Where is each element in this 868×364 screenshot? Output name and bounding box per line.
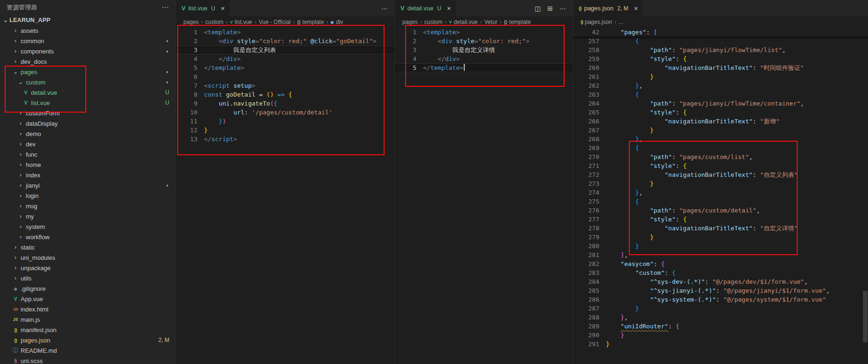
line-number[interactable]: 259: [573, 54, 606, 63]
chevron-right-icon[interactable]: ›: [17, 141, 24, 147]
breadcrumb-item-more[interactable]: ...: [619, 19, 623, 25]
breadcrumb-item-vue-official[interactable]: Vue - Official: [259, 19, 291, 25]
chevron-right-icon[interactable]: ›: [17, 172, 24, 178]
line-number[interactable]: 261: [573, 72, 606, 81]
more-icon[interactable]: ⋯: [381, 5, 388, 12]
line-number[interactable]: 270: [573, 152, 606, 161]
line-number[interactable]: 279: [573, 233, 606, 242]
code-line-content[interactable]: }: [606, 304, 868, 313]
line-number[interactable]: 282: [573, 259, 606, 268]
code-line-content[interactable]: "navigationBarTitleText": "新增": [606, 117, 868, 126]
code-line-content[interactable]: }: [606, 340, 868, 349]
chevron-right-icon[interactable]: ›: [17, 192, 24, 199]
line-number[interactable]: 2: [395, 37, 423, 46]
tree-item-gitignore[interactable]: ◆.gitignore: [0, 283, 175, 294]
code-line-content[interactable]: "uniIdRouter": {: [606, 322, 868, 331]
code-line-content[interactable]: "style": {: [606, 108, 868, 117]
line-number[interactable]: 271: [573, 161, 606, 170]
chevron-right-icon[interactable]: ›: [17, 151, 24, 158]
line-number[interactable]: 11: [176, 117, 204, 126]
tree-item-demo[interactable]: ›demo: [0, 129, 175, 139]
code-line-content[interactable]: }: [606, 331, 868, 340]
line-number[interactable]: 277: [573, 215, 606, 224]
code-line-content[interactable]: "path": "pages/custom/detail",: [606, 206, 868, 215]
chevron-right-icon[interactable]: ›: [17, 223, 24, 230]
code-line-content[interactable]: }): [204, 117, 394, 126]
code-line-content[interactable]: </div>: [423, 54, 573, 63]
line-number[interactable]: 287: [573, 304, 606, 313]
tree-item-uni-scss[interactable]: §uni.scss: [0, 356, 175, 364]
line-number[interactable]: 288: [573, 313, 606, 322]
code-line-content[interactable]: },: [606, 313, 868, 322]
code-line-content[interactable]: const goDetail = () => {: [204, 90, 394, 99]
code-line-content[interactable]: }: [606, 126, 868, 135]
chevron-right-icon[interactable]: ›: [17, 161, 24, 168]
line-number[interactable]: 285: [573, 286, 606, 295]
line-number[interactable]: 289: [573, 322, 606, 331]
chevron-right-icon[interactable]: ›: [17, 182, 24, 189]
tree-item-login[interactable]: ›login: [0, 190, 175, 201]
line-number[interactable]: 4: [176, 54, 204, 63]
close-icon[interactable]: ×: [447, 5, 451, 12]
line-number[interactable]: 257: [573, 37, 606, 46]
chevron-down-icon[interactable]: ⌄: [12, 68, 19, 75]
line-number[interactable]: 13: [176, 135, 204, 144]
breadcrumb-item-template[interactable]: {}template: [504, 19, 531, 25]
tree-item-home[interactable]: ›home: [0, 159, 175, 170]
line-number[interactable]: 8: [176, 90, 204, 99]
code-line-content[interactable]: }: [606, 72, 868, 81]
tree-item-jianyi[interactable]: ›jianyi●: [0, 180, 175, 190]
chevron-right-icon[interactable]: ›: [12, 48, 19, 54]
tree-item-static[interactable]: ›static: [0, 242, 175, 252]
code-line-content[interactable]: {: [606, 144, 868, 152]
line-number[interactable]: 7: [176, 81, 204, 90]
line-number[interactable]: 6: [176, 72, 204, 81]
code-line-content[interactable]: "^sys-system-(.*)": "@/pages/system/$1/f…: [606, 295, 868, 304]
code-line-content[interactable]: "style": {: [606, 161, 868, 170]
code-line-content[interactable]: <script setup>: [204, 81, 394, 90]
chevron-right-icon[interactable]: ›: [12, 254, 19, 261]
line-number[interactable]: 2: [176, 37, 204, 46]
tree-item-components[interactable]: ›components●: [0, 46, 175, 56]
code-line-content[interactable]: 我是自定义详情: [423, 46, 573, 54]
tree-item-my[interactable]: ›my: [0, 211, 175, 221]
line-number[interactable]: 290: [573, 331, 606, 340]
chevron-right-icon[interactable]: ›: [12, 265, 19, 271]
chevron-right-icon[interactable]: ›: [17, 213, 24, 220]
code-line-content[interactable]: <div style="color: red;">: [423, 37, 573, 46]
tree-item-system[interactable]: ›system: [0, 221, 175, 232]
code-line-content[interactable]: "style": {: [606, 54, 868, 63]
code-line-content[interactable]: }: [606, 233, 868, 242]
code-line-content[interactable]: "easycom": {: [606, 259, 868, 268]
tab-pages-json[interactable]: {}pages.json2, M×: [573, 0, 643, 16]
line-number[interactable]: 276: [573, 206, 606, 215]
code-line-content[interactable]: ],: [606, 250, 868, 259]
chevron-down-icon[interactable]: ⌄: [17, 79, 24, 85]
tab-list-vue[interactable]: Vlist.vueU×: [176, 0, 230, 16]
breadcrumb-item-template[interactable]: {}template: [297, 19, 324, 25]
code-line-content[interactable]: </template>: [204, 63, 394, 72]
code-line-content[interactable]: <div style="color: red;" @click="goDetai…: [204, 37, 394, 46]
code-line-content[interactable]: uni.navigateTo({: [204, 99, 394, 108]
line-number[interactable]: 10: [176, 108, 204, 117]
tree-item-index[interactable]: ›index: [0, 170, 175, 180]
code-line-content[interactable]: },: [606, 188, 868, 197]
scrollbar-thumb[interactable]: [863, 291, 868, 342]
line-number[interactable]: 291: [573, 340, 606, 349]
code-line-content[interactable]: "^sys-jianyi-(.*)": "@/pages/jianyi/$1/f…: [606, 286, 868, 295]
code-line-content[interactable]: "path": "pages/jianyi/flowTime/list",: [606, 46, 868, 54]
code-line-content[interactable]: <template>: [423, 28, 573, 37]
breadcrumb-item-detail-vue[interactable]: Vdetail.vue: [449, 19, 477, 25]
tree-item-readme-md[interactable]: ⓘREADME.md: [0, 345, 175, 356]
tree-item-assets[interactable]: ›assets: [0, 25, 175, 36]
code-line-content[interactable]: {: [606, 90, 868, 99]
tree-item-msg[interactable]: ›msg: [0, 201, 175, 211]
tree-item-pages[interactable]: ⌄pages●: [0, 67, 175, 77]
line-number[interactable]: 260: [573, 63, 606, 72]
line-number[interactable]: 280: [573, 242, 606, 250]
line-number[interactable]: 262: [573, 81, 606, 90]
line-number[interactable]: 5: [176, 63, 204, 72]
line-number[interactable]: 258: [573, 46, 606, 54]
chevron-right-icon[interactable]: ›: [17, 203, 24, 209]
more-icon[interactable]: ⋯: [559, 5, 566, 12]
